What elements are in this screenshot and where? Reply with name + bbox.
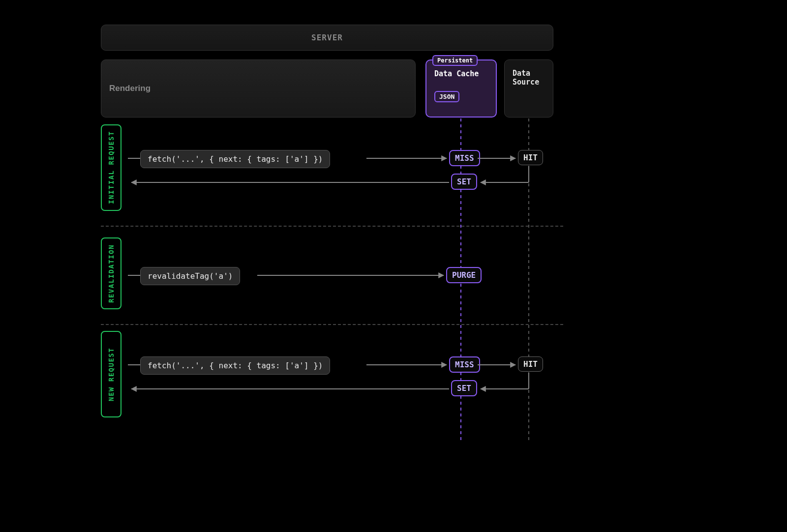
rendering-title: Rendering — [109, 84, 151, 93]
diagram-container: SERVER Rendering Persistent Data Cache J… — [101, 25, 553, 399]
persistent-badge: Persistent — [432, 55, 478, 66]
divider-1 — [101, 226, 563, 227]
data-cache-title: Data Cache — [434, 69, 488, 78]
set-badge-2: SET — [451, 380, 477, 396]
miss-badge-2: MISS — [449, 356, 480, 373]
code-revalidate: revalidateTag('a') — [140, 267, 240, 285]
code-fetch-initial: fetch('...', { next: { tags: ['a'] }) — [140, 150, 330, 168]
section-label-initial: INITIAL REQUEST — [101, 124, 121, 211]
hit-badge-2: HIT — [518, 356, 543, 372]
hit-badge-1: HIT — [518, 150, 543, 165]
rendering-box: Rendering — [101, 59, 416, 118]
code-fetch-new: fetch('...', { next: { tags: ['a'] }) — [140, 356, 330, 375]
section-label-revalidation: REVALIDATION — [101, 237, 121, 309]
purge-badge: PURGE — [446, 267, 482, 283]
data-source-title: Data Source — [513, 69, 545, 87]
json-badge: JSON — [434, 91, 459, 102]
section-label-new: NEW REQUEST — [101, 331, 121, 417]
section-revalidation: REVALIDATION revalidateTag('a') PURGE — [101, 232, 553, 315]
set-badge-1: SET — [451, 174, 477, 190]
flow-area: INITIAL REQUEST fetch('...', { next: { t… — [101, 118, 553, 399]
section-new-request: NEW REQUEST fetch('...', { next: { tags:… — [101, 325, 553, 423]
miss-badge-1: MISS — [449, 150, 480, 166]
server-header: SERVER — [101, 25, 553, 51]
data-source-box: Data Source — [504, 59, 553, 118]
columns-row: Rendering Persistent Data Cache JSON Dat… — [101, 59, 553, 118]
section-initial-request: INITIAL REQUEST fetch('...', { next: { t… — [101, 118, 553, 217]
data-cache-box: Persistent Data Cache JSON — [425, 59, 497, 118]
